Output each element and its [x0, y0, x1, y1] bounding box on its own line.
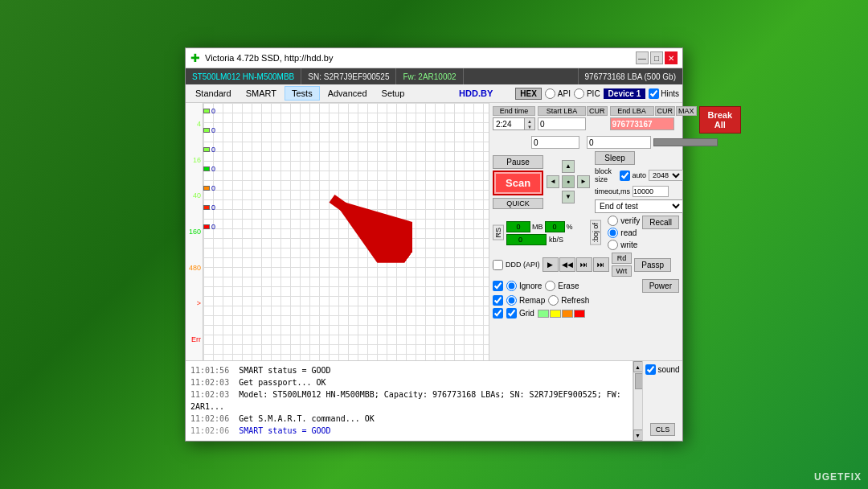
- device-label: Device 1: [604, 88, 646, 99]
- log-time-4: 11:02:06: [190, 414, 229, 423]
- pic-radio[interactable]: [574, 88, 584, 99]
- wrt-button[interactable]: Wrt: [612, 265, 633, 277]
- grid-main-checkbox[interactable]: [493, 308, 503, 318]
- end-lba-input[interactable]: [610, 117, 674, 130]
- lba-segment: 976773168 LBA (500 Gb): [578, 68, 682, 84]
- side-label-4: 4: [197, 120, 201, 128]
- pause-scan-group: Pause Scan QUICK: [493, 155, 543, 209]
- max-input[interactable]: [587, 136, 651, 149]
- api-radio[interactable]: [545, 88, 555, 99]
- power-button[interactable]: Power: [642, 279, 679, 293]
- sn-value: S2R7J9EF900525: [324, 72, 390, 81]
- grid-label: Grid: [519, 309, 534, 318]
- pause-button[interactable]: Pause: [493, 155, 543, 169]
- verify-radio[interactable]: [608, 216, 618, 226]
- direction-pad-group: ▲ ◄ ● ► ▼: [547, 160, 592, 205]
- sleep-button[interactable]: Sleep: [595, 151, 635, 165]
- time-down-button[interactable]: ▼: [525, 124, 534, 129]
- write-radio[interactable]: [608, 240, 618, 250]
- menu-tests[interactable]: Tests: [285, 86, 320, 101]
- close-button[interactable]: ✕: [665, 51, 678, 64]
- ddd-checkbox[interactable]: [493, 260, 503, 270]
- dir-down-button[interactable]: ▼: [562, 191, 575, 203]
- refresh-radio[interactable]: [548, 295, 559, 306]
- log-line-4: 11:02:06 Get S.M.A.R.T. command... OK: [190, 413, 628, 425]
- scroll-track: [633, 372, 643, 429]
- fw-segment: Fw: 2AR10002: [396, 68, 463, 84]
- menu-advanced[interactable]: Advanced: [321, 87, 374, 100]
- scroll-up-button[interactable]: ▲: [633, 361, 643, 372]
- grid-checkbox[interactable]: [506, 308, 517, 318]
- menu-setup[interactable]: Setup: [375, 87, 411, 100]
- main-area: 4 16 40 160 480 > Err: [186, 103, 682, 360]
- grid-checkbox-row: Grid: [506, 308, 534, 318]
- sound-checkbox[interactable]: [645, 364, 656, 375]
- remap-radio-row: Remap: [506, 295, 545, 306]
- hex-button[interactable]: HEX: [515, 88, 542, 100]
- end-of-test-select[interactable]: End of test: [595, 199, 683, 213]
- remap-radio[interactable]: [506, 295, 517, 306]
- log-text-4: Get S.M.A.R.T. command... OK: [239, 414, 375, 423]
- auto-checkbox[interactable]: [620, 171, 630, 181]
- passp-button[interactable]: Passp: [634, 258, 671, 272]
- dir-right-button[interactable]: ►: [577, 175, 590, 188]
- rd-button[interactable]: Rd: [612, 253, 633, 264]
- break-all-section: Break All: [699, 106, 742, 134]
- title-bar-left: ✚ Victoria 4.72b SSD, http://hdd.by: [190, 51, 333, 64]
- menu-bar: Standard SMART Tests Advanced Setup HDD.…: [186, 84, 682, 103]
- skip-end-button[interactable]: ⏭: [593, 257, 609, 272]
- rewind-button[interactable]: ◀◀: [559, 257, 575, 272]
- sn-segment: SN: S2R7J9EF900525: [301, 68, 396, 84]
- grid-cell-red: [574, 310, 585, 318]
- log-text-5: SMART status = GOOD: [239, 426, 330, 435]
- end-lba-header: End LBA CUR MAX: [610, 106, 697, 116]
- model-segment: ST500LM012 HN-M500MBB: [186, 68, 301, 84]
- break-all-button[interactable]: Break All: [699, 106, 742, 134]
- dir-center-button[interactable]: ●: [562, 175, 575, 188]
- ignore-checkbox[interactable]: [493, 281, 503, 291]
- quick-button[interactable]: QUICK: [493, 198, 543, 209]
- model-label: ST500LM012 HN-M500MBB: [192, 72, 294, 81]
- cur-input[interactable]: [531, 136, 579, 149]
- scroll-thumb[interactable]: [635, 373, 643, 389]
- maximize-button[interactable]: □: [650, 51, 663, 64]
- bottom-right-panel: sound CLS: [642, 361, 682, 441]
- dir-up-button[interactable]: ▲: [562, 160, 575, 173]
- end-time-label: End time: [493, 106, 535, 116]
- time-up-button[interactable]: ▲: [525, 118, 534, 124]
- log-text-2: Get passport... OK: [239, 378, 326, 387]
- block-size-select[interactable]: 2048: [649, 170, 683, 181]
- log-time-5: 11:02:06: [190, 426, 229, 435]
- right-buttons-group: Sleep block size auto 2048 timeout,ms: [595, 151, 683, 213]
- end-time-input[interactable]: [493, 117, 525, 130]
- scan-button[interactable]: Scan: [493, 171, 543, 195]
- watermark: UGETFIX: [814, 471, 862, 483]
- kbs-unit: kb/S: [549, 236, 563, 244]
- log-text-3: Model: ST500LM012 HN-M500MBB; Capacity: …: [190, 390, 621, 411]
- ignore-radio[interactable]: [506, 281, 517, 291]
- read-radio[interactable]: [608, 228, 618, 238]
- skip-forward-button[interactable]: ⏭: [576, 257, 592, 272]
- hints-checkbox[interactable]: [649, 88, 659, 99]
- rd-wrt-group: Rd Wrt: [612, 253, 633, 277]
- sn-label: SN:: [308, 72, 321, 81]
- dir-left-button[interactable]: ◄: [547, 175, 559, 188]
- play-button[interactable]: ▶: [542, 257, 559, 272]
- remap-checkbox[interactable]: [493, 295, 503, 306]
- start-lba-input[interactable]: [538, 117, 586, 130]
- direction-pad: ▲ ◄ ● ► ▼: [547, 160, 592, 205]
- recall-button[interactable]: Recall: [642, 216, 679, 229]
- menu-standard[interactable]: Standard: [189, 87, 238, 100]
- log-content: 11:01:56 SMART status = GOOD 11:02:03 Ge…: [186, 361, 633, 441]
- erase-radio[interactable]: [545, 281, 555, 291]
- sound-label: sound: [657, 365, 679, 374]
- timeout-input[interactable]: [633, 186, 669, 197]
- timeout-label: timeout,ms: [595, 187, 630, 195]
- grid-cell-orange: [562, 310, 573, 318]
- menu-smart[interactable]: SMART: [240, 87, 283, 100]
- scroll-down-button[interactable]: ▼: [633, 429, 643, 441]
- grid-canvas: 0 0 0 0 0: [203, 103, 489, 360]
- minimize-button[interactable]: —: [636, 51, 649, 64]
- pct-unit: %: [567, 223, 573, 231]
- cls-button[interactable]: CLS: [650, 423, 676, 436]
